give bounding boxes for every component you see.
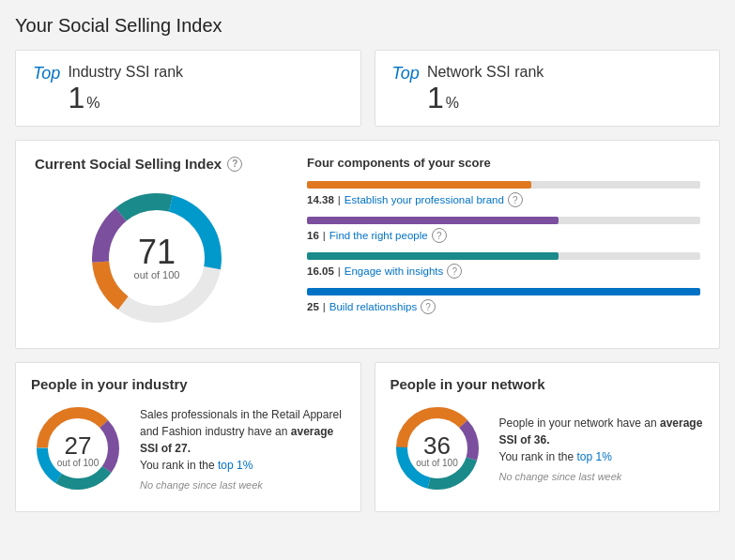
component-label-1: 16 | Find the right people ? [307,228,700,243]
industry-people-body: 27 out of 100 Sales professionals in the… [31,401,345,498]
component-name-link-1[interactable]: Find the right people [329,230,428,241]
ssi-left-panel: Current Social Selling Index ? [35,156,279,333]
component-row-0: 14.38 | Establish your professional bran… [307,181,700,207]
component-bar-track-1 [307,217,700,224]
industry-top-label: Top [33,64,60,83]
industry-people-title: People in your industry [31,376,345,392]
component-value-3: 25 [307,301,319,312]
industry-rank-card: Top Industry SSI rank 1 % [15,50,361,127]
page-title: Your Social Selling Index [15,15,720,37]
network-rank-number: 1 [427,83,444,113]
industry-people-score: 27 out of 100 [57,432,99,467]
network-top-label: Top [392,64,420,83]
component-bar-track-3 [307,288,700,295]
network-people-card: People in your network 36 out of 100 [375,362,721,512]
network-rank-title: Network SSI rank [427,64,544,81]
rank-cards-row: Top Industry SSI rank 1 % Top Network SS… [15,50,720,127]
industry-rank-title: Industry SSI rank [68,64,183,81]
network-score-subtitle: out of 100 [416,457,457,467]
component-help-icon-0[interactable]: ? [508,192,523,207]
industry-rank-content: Industry SSI rank 1 % [68,64,183,113]
component-value-1: 16 [307,230,319,241]
network-people-text: People in your network have an average S… [499,415,705,485]
component-help-icon-3[interactable]: ? [421,299,436,314]
industry-rank-number: 1 [68,83,84,113]
component-value-2: 16.05 [307,265,334,277]
component-bar-fill-1 [307,217,559,224]
ssi-right-panel: Four components of your score 14.38 | Es… [307,156,700,333]
network-no-change: No change since last week [499,469,705,485]
component-label-2: 16.05 | Engage with insights ? [307,264,700,279]
component-help-icon-1[interactable]: ? [432,228,447,243]
bottom-row: People in your industry 27 out of 100 [15,362,720,512]
industry-score-subtitle: out of 100 [57,457,99,467]
components-title: Four components of your score [307,156,700,170]
component-value-0: 14.38 [307,194,334,205]
component-name-link-0[interactable]: Establish your professional brand [345,194,504,205]
network-score-number: 36 [416,432,457,457]
component-bar-fill-0 [307,181,531,189]
ssi-donut-score: 71 out of 100 [134,235,180,280]
component-row-1: 16 | Find the right people ? [307,217,700,243]
network-rank-left: Top Network SSI rank 1 % [392,64,544,113]
network-rank-card: Top Network SSI rank 1 % [375,50,721,127]
network-rank-number-row: 1 % [427,83,544,113]
industry-rank-percent: % [86,95,100,112]
ssi-card: Current Social Selling Index ? [15,140,720,349]
ssi-score-number: 71 [134,235,180,269]
network-people-body: 36 out of 100 People in your network hav… [390,401,705,498]
component-label-3: 25 | Build relationships ? [307,299,700,314]
industry-no-change: No change since last week [140,477,345,493]
component-bar-fill-2 [307,252,559,260]
industry-people-text: Sales professionals in the Retail Appare… [140,406,345,493]
component-label-0: 14.38 | Establish your professional bran… [307,192,700,207]
network-rank-percent: % [446,95,459,112]
ssi-score-subtitle: out of 100 [134,269,180,280]
component-name-link-3[interactable]: Build relationships [329,301,417,312]
component-row-2: 16.05 | Engage with insights ? [307,252,700,279]
network-donut-wrap: 36 out of 100 [390,401,484,498]
network-top-link[interactable]: top 1% [576,450,611,463]
network-people-title: People in your network [390,376,705,392]
industry-score-number: 27 [57,432,99,457]
components-list: 14.38 | Establish your professional bran… [307,181,700,314]
industry-rank-left: Top Industry SSI rank 1 % [33,64,183,113]
ssi-help-icon[interactable]: ? [227,157,242,172]
industry-rank-number-row: 1 % [68,83,183,113]
component-name-link-2[interactable]: Engage with insights [345,265,443,277]
industry-people-card: People in your industry 27 out of 100 [15,362,361,512]
component-bar-fill-3 [307,288,700,295]
network-people-score: 36 out of 100 [416,432,457,467]
component-bar-track-0 [307,181,700,189]
ssi-card-title: Current Social Selling Index ? [35,156,279,172]
component-row-3: 25 | Build relationships ? [307,288,700,314]
network-rank-content: Network SSI rank 1 % [427,64,544,113]
component-help-icon-2[interactable]: ? [447,264,462,279]
industry-top-link[interactable]: top 1% [218,459,253,472]
industry-donut-wrap: 27 out of 100 [31,401,125,498]
component-bar-track-2 [307,252,700,260]
ssi-donut-container: 71 out of 100 [82,183,232,333]
